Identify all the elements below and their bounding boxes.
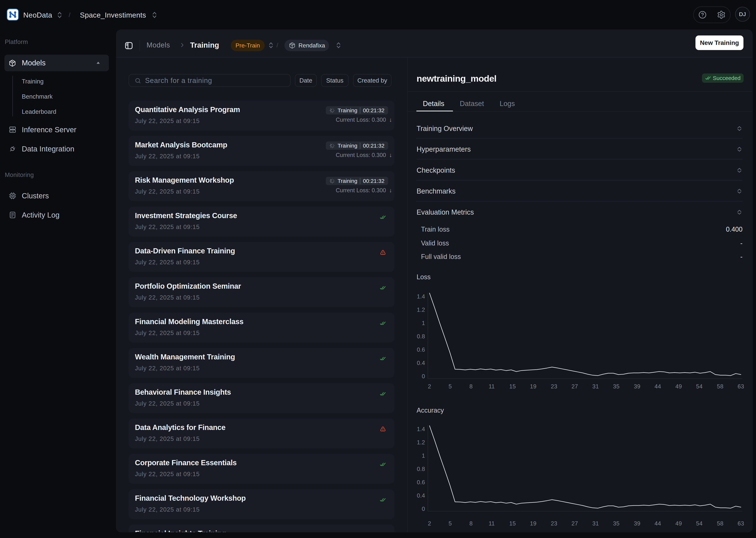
- svg-text:35: 35: [613, 383, 619, 390]
- svg-text:63: 63: [737, 383, 744, 390]
- svg-text:2: 2: [428, 383, 431, 390]
- svg-text:39: 39: [634, 383, 640, 390]
- svg-text:0.4: 0.4: [417, 360, 425, 366]
- svg-text:49: 49: [675, 383, 682, 390]
- svg-text:23: 23: [551, 520, 557, 527]
- svg-text:23: 23: [551, 383, 557, 390]
- svg-text:39: 39: [634, 520, 640, 527]
- svg-text:15: 15: [509, 520, 516, 527]
- svg-text:1.2: 1.2: [417, 439, 425, 446]
- svg-text:58: 58: [717, 383, 723, 390]
- svg-text:0.6: 0.6: [417, 347, 425, 353]
- svg-text:63: 63: [737, 520, 744, 527]
- svg-text:19: 19: [530, 383, 536, 390]
- svg-text:1.4: 1.4: [417, 293, 425, 300]
- svg-text:8: 8: [469, 520, 473, 527]
- svg-text:54: 54: [696, 383, 702, 390]
- svg-text:49: 49: [675, 520, 682, 527]
- svg-text:1.2: 1.2: [417, 306, 425, 313]
- svg-text:2: 2: [428, 520, 431, 527]
- svg-text:11: 11: [489, 520, 495, 527]
- svg-text:15: 15: [509, 383, 516, 390]
- svg-text:54: 54: [696, 520, 702, 527]
- svg-text:0.6: 0.6: [417, 479, 425, 486]
- svg-text:31: 31: [592, 383, 599, 390]
- svg-text:0: 0: [422, 373, 425, 380]
- svg-text:5: 5: [449, 383, 452, 390]
- svg-text:5: 5: [449, 520, 452, 527]
- svg-text:31: 31: [592, 520, 599, 527]
- svg-text:1: 1: [422, 453, 425, 459]
- svg-text:27: 27: [571, 383, 578, 390]
- svg-text:1.4: 1.4: [417, 426, 425, 432]
- svg-text:19: 19: [530, 520, 536, 527]
- svg-text:44: 44: [654, 520, 661, 527]
- svg-text:35: 35: [613, 520, 619, 527]
- svg-text:1: 1: [422, 320, 425, 326]
- svg-text:11: 11: [489, 383, 495, 390]
- svg-text:8: 8: [469, 383, 473, 390]
- svg-text:44: 44: [654, 383, 661, 390]
- svg-text:0.8: 0.8: [417, 333, 425, 340]
- svg-text:0.4: 0.4: [417, 492, 425, 499]
- svg-text:0.8: 0.8: [417, 466, 425, 472]
- svg-text:27: 27: [571, 520, 578, 527]
- svg-text:58: 58: [717, 520, 723, 527]
- svg-text:0: 0: [422, 506, 425, 512]
